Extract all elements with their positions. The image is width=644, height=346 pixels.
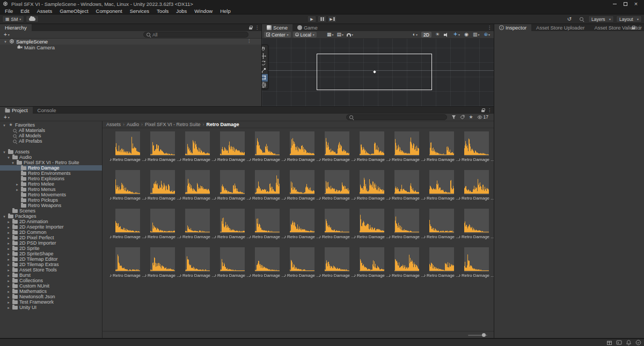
asset-item[interactable]: ♪Retro Damage ...	[459, 131, 494, 167]
tool-rect-button[interactable]	[262, 74, 268, 82]
asset-item[interactable]: ♪Retro Damage ...	[389, 209, 424, 244]
menu-item-tools[interactable]: Tools	[153, 8, 172, 14]
tree-item-retro-weapons[interactable]: Retro Weapons	[0, 203, 102, 208]
tree-item-assets[interactable]: ▾Assets	[0, 149, 102, 154]
expander-icon[interactable]: ▾	[3, 40, 8, 43]
asset-item[interactable]: ♪Retro Damage ...	[250, 209, 284, 244]
asset-item[interactable]: ♪Retro Damage ...	[250, 131, 284, 167]
menu-item-assets[interactable]: Assets	[33, 8, 56, 14]
asset-item[interactable]: ♪Retro Damage ...	[389, 170, 424, 205]
tree-item-2d-animation[interactable]: ▸2D Animation	[0, 219, 102, 224]
tree-item-test-framework[interactable]: ▸Test Framework	[0, 299, 102, 305]
asset-item[interactable]: ♪Retro Damage ...	[389, 247, 424, 283]
asset-item[interactable]: ♪Retro Damage ...	[389, 131, 424, 167]
asset-item[interactable]: ♪Retro Damage ...	[319, 247, 354, 283]
asset-item[interactable]: ♪Retro Damage ...	[319, 209, 354, 244]
expander-icon[interactable]: ▾	[11, 161, 15, 165]
expander-icon[interactable]: ▸	[6, 225, 11, 229]
asset-item[interactable]: ♪Retro Damage ...	[459, 170, 494, 205]
lighting-toggle[interactable]: ☀	[435, 32, 440, 37]
tree-item-audio[interactable]: ▾Audio	[0, 154, 102, 160]
tree-item-2d-sprite[interactable]: ▸2D Sprite	[0, 246, 102, 251]
search-by-label-icon[interactable]	[460, 115, 465, 120]
asset-item[interactable]: ♪Retro Damage ...	[180, 247, 215, 283]
asset-item[interactable]: ♪Retro Damage ...	[284, 131, 319, 167]
2d-mode-toggle[interactable]: 2D	[421, 32, 431, 38]
expander-icon[interactable]: ▸	[6, 300, 11, 304]
step-button[interactable]: ▶	[328, 16, 337, 23]
asset-item[interactable]: ♪Retro Damage ...	[250, 170, 284, 205]
asset-item[interactable]: ♪Retro Damage ...	[354, 131, 389, 167]
tree-item-retro-movements[interactable]: Retro Movements	[0, 192, 102, 197]
asset-item[interactable]: ♪Retro Damage ...	[319, 170, 354, 205]
asset-item[interactable]: ♪Retro Damage ...	[284, 209, 319, 244]
asset-item[interactable]: ♪Retro Damage ...	[145, 247, 180, 283]
tool-rotate-button[interactable]	[262, 60, 268, 67]
tree-item-pixel-sfx-vi-retro-suite[interactable]: ▾Pixel SFX VI - Retro Suite	[0, 160, 102, 165]
hierarchy-search-input[interactable]: All	[143, 32, 248, 38]
search-by-bookmark-icon[interactable]: ★	[469, 115, 473, 120]
tool-scale-button[interactable]	[262, 67, 268, 75]
expander-icon[interactable]: ▸	[6, 220, 11, 224]
pause-button[interactable]	[318, 16, 327, 23]
asset-item[interactable]: ♪Retro Damage ...	[250, 247, 284, 283]
tree-item-unity-ui[interactable]: ▸Unity UI	[0, 305, 102, 310]
tool-pivot-dropdown[interactable]: Center ▾	[264, 32, 291, 38]
close-button[interactable]: ×	[631, 1, 641, 7]
tool-transform-button[interactable]	[262, 82, 268, 89]
tree-item-2d-pixel-perfect[interactable]: ▸2D Pixel Perfect	[0, 235, 102, 240]
expander-icon[interactable]: ▸	[6, 231, 11, 234]
thumbnail-zoom-slider[interactable]	[468, 334, 487, 337]
asset-item[interactable]: ♪Retro Damage ...	[110, 209, 145, 244]
expander-icon[interactable]: ▸	[6, 241, 11, 245]
expander-icon[interactable]: ▾	[2, 215, 6, 218]
minimize-button[interactable]	[609, 1, 620, 7]
hidden-objects-toggle[interactable]: ◉	[464, 32, 469, 37]
asset-item[interactable]: ♪Retro Damage ...	[180, 131, 215, 167]
hidden-packages-toggle[interactable]: 17	[477, 115, 488, 120]
slider-knob[interactable]	[482, 333, 486, 337]
effects-dropdown[interactable]: ▾	[452, 32, 460, 38]
asset-item[interactable]: ♪Retro Damage ...	[424, 170, 459, 205]
menu-item-component[interactable]: Component	[92, 8, 126, 14]
tab-asset-store-uploader[interactable]: Asset Store Uploader	[531, 24, 589, 31]
tree-item-scenes[interactable]: Scenes	[0, 208, 102, 214]
tree-item-all-materials[interactable]: All Materials	[0, 128, 102, 133]
audio-toggle[interactable]	[443, 33, 449, 37]
tree-item-custom-nunit[interactable]: ▸Custom NUnit	[0, 283, 102, 289]
tree-item-2d-tilemap-extras[interactable]: ▸2D Tilemap Extras	[0, 262, 102, 267]
expander-icon[interactable]: ▸	[6, 274, 11, 277]
tool-move-button[interactable]	[262, 53, 268, 60]
asset-item[interactable]: ♪Retro Damage ...	[424, 131, 459, 167]
tree-item-retro-melee[interactable]: ▸Retro Melee	[0, 181, 102, 187]
hierarchy-item-main-camera[interactable]: Main Camera	[0, 45, 261, 50]
panel-menu-icon[interactable]: ⋮	[638, 26, 642, 30]
expander-icon[interactable]: ▸	[6, 268, 11, 272]
menu-item-jobs[interactable]: Jobs	[172, 8, 191, 14]
tab-scene[interactable]: Scene	[262, 24, 292, 31]
snap-increment-dropdown[interactable]: ▾	[346, 33, 354, 36]
tree-item-retro-explosions[interactable]: Retro Explosions	[0, 176, 102, 181]
scene-options-icon[interactable]: ⋮	[247, 39, 251, 43]
undo-history-button[interactable]: ↺	[565, 16, 574, 23]
tree-item-2d-spriteshape[interactable]: ▸2D SpriteShape	[0, 251, 102, 256]
expander-icon[interactable]: ▾	[2, 150, 6, 154]
breadcrumb-item[interactable]: Assets	[106, 122, 121, 127]
menu-item-window[interactable]: Window	[191, 8, 216, 14]
expander-icon[interactable]: ▸	[6, 306, 11, 310]
tree-item-2d-common[interactable]: ▸2D Common	[0, 230, 102, 235]
menu-item-edit[interactable]: Edit	[17, 8, 33, 14]
tree-item-retro-pickups[interactable]: Retro Pickups	[0, 197, 102, 203]
tree-item-2d-aseprite-importer[interactable]: ▸2D Aseprite Importer	[0, 224, 102, 230]
expander-icon[interactable]: ▸	[6, 284, 11, 288]
asset-item[interactable]: ♪Retro Damage ...	[110, 131, 145, 167]
asset-item[interactable]: ♪Retro Damage ...	[459, 247, 494, 283]
lock-icon[interactable]	[481, 108, 485, 112]
gizmos-dropdown[interactable]: ⊕▾	[483, 32, 491, 37]
tab-inspector[interactable]: i Inspector	[494, 24, 531, 31]
layers-dropdown[interactable]: Layers ▾	[588, 16, 614, 23]
menu-item-help[interactable]: Help	[216, 8, 235, 14]
tool-rotation-dropdown[interactable]: Local ▾	[293, 32, 317, 38]
tab-game[interactable]: Game	[292, 24, 323, 31]
menu-item-gameobject[interactable]: GameObject	[56, 8, 92, 14]
